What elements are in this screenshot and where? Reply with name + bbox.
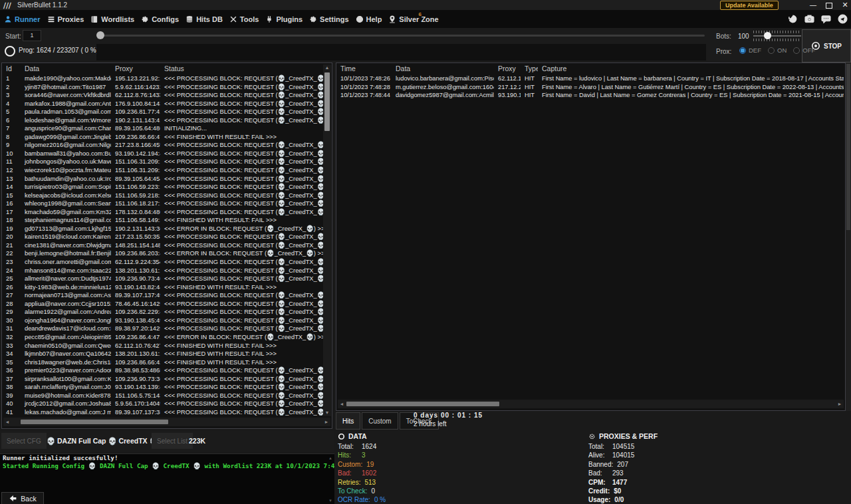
table-row[interactable]: 31deandrewdavis17@icloud.com:Lilde89.38.… bbox=[2, 324, 323, 333]
scroll-right-icon[interactable]: ► bbox=[322, 418, 330, 426]
screenshot-icon[interactable] bbox=[803, 13, 815, 25]
table-row[interactable]: 6lelodeshae@gmail.com:Wmore960!190.2.131… bbox=[2, 116, 323, 125]
table-row[interactable]: 29alarme1922@gmail.com:Andrea192109.236.… bbox=[2, 308, 323, 316]
table-row[interactable]: 20kairen1519@icloud.com:Kairen1519217.23… bbox=[2, 233, 323, 241]
minimize-button[interactable]: — bbox=[806, 0, 820, 10]
start-slider[interactable] bbox=[96, 35, 705, 37]
menu-item-proxies[interactable]: Proxies bbox=[47, 15, 84, 23]
scroll-right-icon[interactable]: ► bbox=[836, 400, 844, 408]
table-row[interactable]: 11johnbongos@yahoo.co.uk:Maverick151.106… bbox=[2, 158, 323, 166]
runner-horizontal-scrollbar[interactable]: ◄ ► bbox=[3, 418, 330, 426]
table-row[interactable]: 21cine1381@naver.com:Dlwjdgma1@148.251.1… bbox=[2, 241, 323, 250]
bots-slider[interactable] bbox=[753, 35, 801, 37]
menu-item-settings[interactable]: Settings bbox=[309, 15, 348, 23]
table-row[interactable]: 5paula.radman.1053@gmail.com:Slik109.236… bbox=[2, 108, 323, 116]
pin-icon bbox=[388, 15, 396, 23]
config-bar: Select CFG 💀 DAZN Full Cap 💀 CreedTX 💀 S… bbox=[0, 431, 334, 452]
scrollbar-thumb[interactable] bbox=[346, 402, 499, 406]
table-row[interactable]: 18stephaniemagnus114@gmail.com:R151.106.… bbox=[2, 216, 323, 225]
table-row[interactable]: 4markafox.1988@gmail.com:Anthony176.9.10… bbox=[2, 100, 323, 108]
table-row[interactable]: 13bathuudamdin@yahoo.co.uk:Ironm.89.39.1… bbox=[2, 175, 323, 184]
table-row[interactable]: 10bambamwall31@yahoo.com:Butchh93.190.14… bbox=[2, 150, 323, 158]
table-row[interactable]: 12wieczorek10@poczta.fm:Mateusz13151.106… bbox=[2, 166, 323, 175]
tab-custom[interactable]: Custom bbox=[362, 412, 398, 430]
chat-icon[interactable] bbox=[820, 13, 832, 25]
maximize-button[interactable] bbox=[822, 0, 836, 10]
table-row[interactable]: 33chaemin0510@gmail.com:Qweqwe!62.112.10… bbox=[2, 342, 323, 350]
scroll-left-icon[interactable]: ◄ bbox=[3, 418, 11, 426]
table-row[interactable]: 7angusprice90@gmail.com:Charlie1289.39.1… bbox=[2, 124, 323, 133]
runner-vertical-scrollbar[interactable]: ▲ ▼ bbox=[323, 64, 331, 416]
tab-hits[interactable]: Hits bbox=[336, 412, 360, 430]
table-row[interactable]: 8gadawg099@gmail.com:Jinglebells"109.236… bbox=[2, 133, 323, 142]
table-row[interactable]: 15kelseajacobs@icloud.com:Kelsea93!151.1… bbox=[2, 191, 323, 200]
table-row[interactable]: 9nilgomez2016@gmail.com:Nilgome217.23.8.… bbox=[2, 141, 323, 150]
table-row[interactable]: 36premier0223@naver.com:Adoo022:89.38.98… bbox=[2, 366, 323, 375]
scrollbar-thumb[interactable] bbox=[846, 64, 850, 230]
bots-slider-thumb[interactable] bbox=[764, 32, 771, 39]
table-row[interactable]: 28appliua@naver.com:Ccjjsr1015178.46.45.… bbox=[2, 300, 323, 309]
table-row[interactable]: 40jrcdjc2012@gmail.com:Joshua8121'5.9.56… bbox=[2, 400, 323, 408]
hit-row[interactable]: 10/1/2023 7:48:26 PMludovico.barbanera@g… bbox=[336, 74, 844, 83]
table-row[interactable]: 32pecc85@gmail.com:Aleiopirri85109.236.8… bbox=[2, 333, 323, 342]
table-row[interactable]: 24mhanson814@me.com:Isaac2202138.201.130… bbox=[2, 267, 323, 275]
prox-option-on[interactable]: ON bbox=[768, 47, 787, 54]
hits-horizontal-scrollbar[interactable]: ◄ ► bbox=[338, 400, 844, 408]
tray-icons bbox=[787, 13, 848, 25]
table-row[interactable]: 27normajean0713@gmail.com:Ashnm89.39.107… bbox=[2, 291, 323, 300]
hits-vertical-scrollbar[interactable] bbox=[846, 63, 851, 411]
table-row[interactable]: 26kitty-1983@web.de:minnielus1293.190.14… bbox=[2, 283, 323, 292]
hit-row[interactable]: 10/1/2023 7:48:44 PMdavidgomez5987@gmail… bbox=[336, 91, 844, 100]
scrollbar-thumb[interactable] bbox=[324, 72, 330, 131]
close-button[interactable]: ✕ bbox=[838, 0, 851, 10]
menu-item-help[interactable]: ?Help bbox=[356, 15, 382, 23]
proxies-stats-header: PROXIES & PERF bbox=[588, 432, 848, 440]
table-row[interactable]: 34lkjmnb07@naver.com:Qa106423@138.201.13… bbox=[2, 350, 323, 358]
menu-item-plugins[interactable]: Plugins bbox=[265, 15, 303, 23]
menu-item-tools[interactable]: Tools bbox=[229, 15, 259, 23]
table-row[interactable]: 19gd071313@gmail.com:Lkjhgf159!190.2.131… bbox=[2, 225, 323, 233]
stat-line: Hits:3 bbox=[338, 451, 584, 459]
menu-item-hits-db[interactable]: Hits DB bbox=[185, 15, 223, 23]
select-cfg-button[interactable]: Select CFG bbox=[1, 433, 47, 449]
hit-row[interactable]: 10/1/2023 7:48:28 PMm.gutierrez.beloso@g… bbox=[336, 83, 844, 92]
back-button[interactable]: Back bbox=[1, 492, 44, 504]
log-scrollbar[interactable]: ▲ ▼ bbox=[328, 455, 333, 503]
table-row[interactable]: 16whleong1998@gmail.com:Sean696l151.106.… bbox=[2, 199, 323, 208]
scroll-up-icon[interactable]: ▲ bbox=[323, 64, 331, 71]
table-row[interactable]: 3sora446@naver.com:Vkftkdbrdl626:62.112.… bbox=[2, 91, 323, 100]
scrollbar-thumb[interactable] bbox=[21, 420, 168, 424]
start-slider-thumb[interactable] bbox=[96, 31, 104, 39]
update-available-button[interactable]: Update Available bbox=[720, 1, 779, 10]
scroll-up-icon[interactable]: ▲ bbox=[328, 455, 333, 461]
table-row[interactable]: 30ojongha1964@naver.com:Jongha8593.190.1… bbox=[2, 316, 323, 325]
radio-icon bbox=[793, 47, 800, 54]
table-row[interactable]: 1makde1990@yahoo.com:Makde195195.123.221… bbox=[2, 74, 323, 83]
telegram-icon[interactable] bbox=[836, 13, 848, 25]
menu-item-wordlists[interactable]: Wordlists bbox=[90, 15, 134, 23]
menu-item-configs[interactable]: Configs bbox=[141, 15, 179, 23]
prox-option-off[interactable]: OFF bbox=[793, 47, 815, 54]
table-row[interactable]: 37sirpranksallot100@gmail.com:Kama109.23… bbox=[2, 375, 323, 384]
scroll-down-icon[interactable]: ▼ bbox=[328, 498, 333, 503]
table-row[interactable]: 2yjin87@hotmail.com:Tito19875.9.62.116:1… bbox=[2, 83, 323, 92]
table-row[interactable]: 41lekas.machado@gmail.com:J macha89.39.1… bbox=[2, 408, 323, 417]
tools-icon bbox=[229, 15, 237, 23]
table-row[interactable]: 14turrisipietro03@gmail.com:Sopito1:151.… bbox=[2, 183, 323, 191]
start-input[interactable]: 1 bbox=[23, 30, 41, 41]
prox-option-def[interactable]: DEF bbox=[739, 47, 761, 54]
scroll-left-icon[interactable]: ◄ bbox=[338, 400, 346, 408]
select-list-button[interactable]: Select List bbox=[152, 433, 193, 449]
menu-item-silver-zone[interactable]: Silver Zone6 bbox=[388, 15, 438, 23]
table-row[interactable]: 25allmerit@naver.com:Dudtjs1974!109.236.… bbox=[2, 275, 323, 283]
table-row[interactable]: 23chriss.oner.amoretti@gmail.com:An62.11… bbox=[2, 258, 323, 267]
table-row[interactable]: 22benji.lemogne@hotmail.fr:Benjilyon109.… bbox=[2, 249, 323, 258]
table-row[interactable]: 35chris18wagner@web.de:Chris18Wa:109.236… bbox=[2, 358, 323, 367]
scroll-down-icon[interactable]: ▼ bbox=[323, 410, 331, 416]
table-row[interactable]: 17kmachado59@gmail.com:Km32891.178.132.0… bbox=[2, 208, 323, 217]
menu-item-runner[interactable]: Runner bbox=[4, 15, 41, 23]
stat-label: Bad: bbox=[588, 469, 608, 477]
table-row[interactable]: 39muise9@hotmail.com:Kider878151.106.5.7… bbox=[2, 392, 323, 400]
table-row[interactable]: 38sarah.mclafferty@ymail.com:J09mcl93.19… bbox=[2, 383, 323, 392]
history-icon[interactable] bbox=[787, 13, 798, 25]
